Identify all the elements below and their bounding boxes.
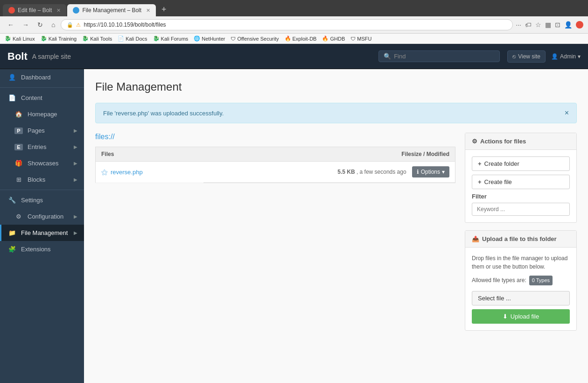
actions-section: ⚙ Actions for files + Create folder + Cr… [465, 133, 577, 223]
tab-favicon-1 [8, 7, 15, 14]
kali-forums-icon: 🐉 [153, 35, 160, 42]
bookmark-msfu[interactable]: 🛡 MSFU [350, 36, 371, 42]
table-row: ⚝ reverse.php 5.5 KB , a few seconds ago [96, 162, 455, 183]
options-button[interactable]: ℹ Options ▾ [412, 166, 449, 177]
sidebar-item-dashboard[interactable]: 👤 Dashboard [0, 69, 84, 85]
create-folder-button[interactable]: + Create folder [472, 156, 570, 171]
col-modified: Modified [427, 151, 449, 157]
sidebar-item-entries[interactable]: E Entries ▶ [0, 139, 84, 155]
search-box[interactable]: 🔍 [378, 50, 500, 62]
sidebar-item-content[interactable]: 📄 Content [0, 90, 84, 106]
options-label: Options [421, 169, 440, 175]
kali-linux-icon: 🐉 [5, 35, 11, 42]
sidebar-divider-2 [0, 190, 84, 190]
bookmark-label-offensive-security: Offensive Security [237, 36, 279, 42]
showcases-icon: 🎁 [14, 160, 23, 167]
back-button[interactable]: ← [5, 19, 17, 30]
symlink-icon: ⚝ [101, 168, 108, 176]
admin-menu[interactable]: 👤 Admin ▾ [551, 53, 581, 60]
tab-file-management[interactable]: File Management – Bolt ✕ [67, 4, 156, 16]
sidebar-label-showcases: Showcases [28, 160, 69, 167]
external-link-icon: ⎋ [512, 53, 516, 60]
showcases-arrow-icon: ▶ [74, 161, 77, 166]
bookmark-kali-tools[interactable]: 🐉 Kali Tools [82, 35, 112, 42]
view-site-button[interactable]: ⎋ View site [507, 50, 546, 63]
bookmark-offensive-security[interactable]: 🛡 Offensive Security [231, 36, 279, 42]
alert-close-button[interactable]: × [565, 109, 569, 117]
create-file-button[interactable]: + Create file [472, 175, 570, 189]
lock-icon: 🔒 [67, 22, 73, 28]
view-site-label: View site [518, 53, 540, 60]
file-table-area: files:// Files Filesize / Modified [95, 133, 455, 183]
kali-icon[interactable] [576, 21, 583, 28]
sidebar-item-configuration[interactable]: ⚙ Configuration ▶ [0, 208, 84, 225]
bookmark-kali-training[interactable]: 🐉 Kali Training [41, 35, 77, 42]
table-header-row: Files Filesize / Modified [96, 147, 455, 162]
create-folder-plus-icon: + [478, 160, 482, 167]
tab-manager-icon[interactable]: ⊡ [555, 21, 560, 28]
bookmark-ghdb[interactable]: 🔥 GHDB [322, 35, 345, 42]
new-tab-button[interactable]: + [157, 3, 171, 16]
tab-close-2[interactable]: ✕ [146, 7, 150, 14]
pages-icon: P [14, 128, 23, 134]
upload-icon: ⬇ [503, 313, 508, 320]
info-icon: ℹ [417, 169, 419, 175]
search-input[interactable] [394, 53, 495, 60]
tab-edit-file[interactable]: Edit file – Bolt ✕ [3, 4, 66, 16]
sidebar-item-file-management[interactable]: 📁 File Management ▶ [0, 225, 84, 241]
create-file-label: Create file [484, 178, 512, 185]
new-tab-icon: + [161, 5, 167, 14]
file-link[interactable]: ⚝ reverse.php [101, 168, 198, 176]
upload-file-button[interactable]: ⬇ Upload file [472, 309, 570, 324]
reload-button[interactable]: ↻ [35, 19, 46, 30]
bookmark-label-kali-forums: Kali Forums [161, 36, 189, 42]
actions-body: + Create folder + Create file Filter [465, 150, 576, 222]
profile-icon[interactable]: 👤 [564, 21, 572, 28]
file-name: reverse.php [111, 169, 143, 176]
entries-arrow-icon: ▶ [74, 144, 77, 149]
bookmarks-bar: 🐉 Kali Linux 🐉 Kali Training 🐉 Kali Tool… [0, 34, 588, 44]
sidebar-toggle-icon[interactable]: ▦ [545, 21, 551, 28]
tab-favicon-2 [73, 7, 79, 14]
bookmark-label-ghdb: GHDB [330, 36, 345, 42]
bookmark-label-kali-docs: Kali Docs [126, 36, 147, 42]
tab-close-1[interactable]: ✕ [56, 7, 61, 14]
more-icon[interactable]: ··· [516, 21, 521, 28]
sidebar-label-extensions: Extensions [21, 246, 77, 253]
bookmark-nethunter[interactable]: 🌐 NetHunter [194, 35, 225, 42]
sidebar-item-settings[interactable]: 🔧 Settings [0, 192, 84, 208]
home-button[interactable]: ⌂ [49, 19, 58, 30]
upload-description: Drop files in the file manager to upload… [472, 254, 570, 271]
filter-input[interactable] [472, 203, 570, 216]
extensions-icon: 🧩 [8, 246, 16, 253]
tab-label-2: File Management – Bolt [82, 7, 141, 14]
bookmark-kali-docs[interactable]: 📄 Kali Docs [118, 35, 147, 42]
bookmark-exploit-db[interactable]: 🔥 Exploit-DB [285, 35, 317, 42]
address-bar[interactable]: 🔒 ⚠ https://10.10.10.159/bolt/bolt/files [61, 19, 513, 30]
col-filesize-modified: Filesize / Modified [203, 147, 455, 162]
brand-logo[interactable]: Bolt [7, 50, 28, 63]
file-management-arrow-icon: ▶ [74, 230, 77, 235]
forward-button[interactable]: → [20, 19, 32, 30]
sidebar-item-pages[interactable]: P Pages ▶ [0, 122, 84, 139]
bookmark-label-exploit-db: Exploit-DB [293, 36, 317, 42]
bookmark-kali-linux[interactable]: 🐉 Kali Linux [5, 35, 35, 42]
star-icon[interactable]: ☆ [535, 21, 541, 28]
sidebar-item-extensions[interactable]: 🧩 Extensions [0, 241, 84, 257]
nav-extras: ··· 🏷 ☆ ▦ ⊡ 👤 [516, 21, 583, 28]
col-files: Files [96, 147, 203, 162]
sidebar-item-homepage[interactable]: 🏠 Homepage [0, 106, 84, 122]
sidebar-divider-1 [0, 87, 84, 88]
bookmark-kali-forums[interactable]: 🐉 Kali Forums [153, 35, 189, 42]
sidebar: 👤 Dashboard 📄 Content 🏠 Homepage P Pages… [0, 69, 84, 383]
kali-training-icon: 🐉 [41, 35, 47, 42]
configuration-arrow-icon: ▶ [74, 214, 77, 219]
pocket-icon[interactable]: 🏷 [525, 21, 532, 28]
sidebar-item-showcases[interactable]: 🎁 Showcases ▶ [0, 155, 84, 171]
alert-message: File 'reverse.php' was uploaded successf… [103, 110, 224, 117]
select-file-button[interactable]: Select file ... [472, 291, 570, 305]
file-size-modified: 5.5 KB , a few seconds ago [337, 169, 406, 175]
upload-header-icon: 📤 [472, 235, 479, 242]
sidebar-item-blocks[interactable]: ⊞ Blocks ▶ [0, 171, 84, 188]
msfu-icon: 🛡 [350, 36, 356, 42]
